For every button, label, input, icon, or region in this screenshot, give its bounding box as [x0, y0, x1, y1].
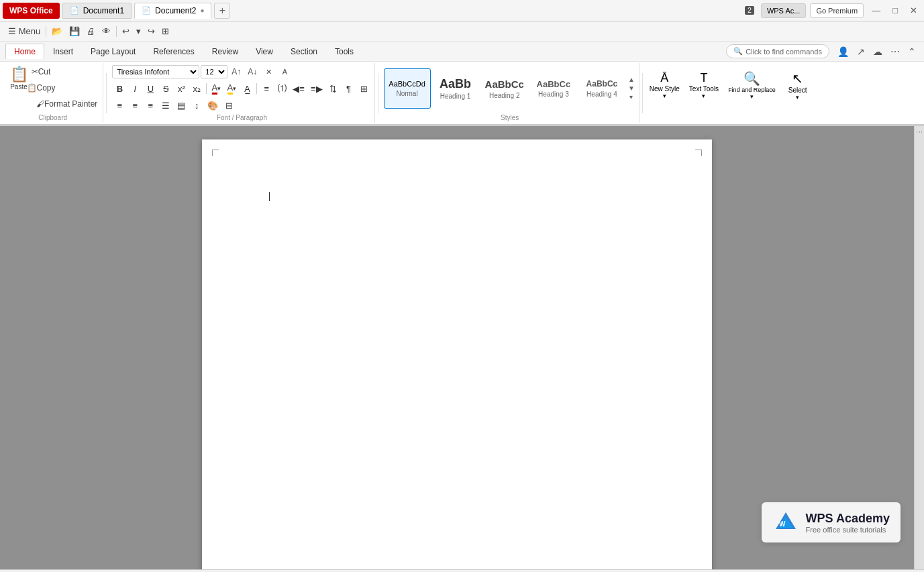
- italic-button[interactable]: I: [127, 81, 142, 96]
- list-bullets-button[interactable]: ≡: [259, 81, 274, 96]
- gallery-down-button[interactable]: ▼: [627, 84, 636, 93]
- tab-insert[interactable]: Insert: [44, 44, 82, 59]
- undo-dropdown[interactable]: ▾: [134, 25, 144, 38]
- styles-gallery: AaBbCcDd Normal AaBb Heading 1 AaBbCc He…: [384, 68, 625, 109]
- text-tools-label: Text Tools: [689, 85, 719, 93]
- indent-increase-button[interactable]: ≡▶: [308, 81, 325, 96]
- select-icon: ↖: [792, 70, 803, 87]
- styles-content: AaBbCcDd Normal AaBb Heading 1 AaBbCc He…: [384, 64, 636, 113]
- align-justify-button[interactable]: ☰: [158, 98, 173, 113]
- find-replace-button[interactable]: 🔍 Find and Replace ▾: [724, 63, 780, 107]
- style-heading2[interactable]: AaBbCc Heading 2: [480, 68, 529, 109]
- align-center-button[interactable]: ≡: [127, 98, 142, 113]
- wps-account-button[interactable]: WPS Ac...: [761, 3, 807, 18]
- share-icon[interactable]: 👤: [835, 45, 852, 58]
- border-button[interactable]: ⊟: [221, 98, 236, 113]
- style-heading1[interactable]: AaBb Heading 1: [432, 68, 479, 109]
- line-spacing-button[interactable]: ↕: [189, 98, 204, 113]
- style-normal[interactable]: AaBbCcDd Normal: [384, 68, 431, 109]
- indent-decrease-button[interactable]: ◀≡: [290, 81, 307, 96]
- table-insert-button[interactable]: ⊞: [357, 81, 372, 96]
- gallery-up-button[interactable]: ▲: [627, 76, 636, 84]
- document1-tab[interactable]: 📄 Document1: [62, 3, 132, 19]
- go-premium-button[interactable]: Go Premium: [810, 3, 864, 18]
- copy-button[interactable]: 📋 Copy: [34, 80, 48, 95]
- underline-button[interactable]: U: [143, 81, 158, 96]
- sort-button[interactable]: ⇅: [326, 81, 341, 96]
- undo-button[interactable]: ↩: [119, 25, 132, 38]
- font-content: Tiresias Infofont 12 A↑ A↓ ✕ A B I U S x…: [112, 64, 371, 113]
- document2-tab[interactable]: 📄 Document2 ●: [134, 3, 211, 19]
- search-command[interactable]: 🔍 Click to find commands: [726, 44, 829, 58]
- subscript-button[interactable]: x₂: [189, 81, 204, 96]
- tab-tools[interactable]: Tools: [326, 44, 362, 59]
- clear-format-button[interactable]: ✕: [261, 64, 276, 79]
- text-effects-button[interactable]: A: [277, 64, 292, 79]
- char-border-button[interactable]: A̲: [240, 81, 254, 96]
- customize-button[interactable]: ⊞: [159, 25, 172, 38]
- new-style-label: New Style: [650, 85, 680, 93]
- undo-icon: ↩: [122, 26, 130, 36]
- document2-close-icon[interactable]: ●: [200, 7, 204, 14]
- close-button[interactable]: ✕: [906, 4, 921, 17]
- style-heading4-label: Heading 4: [586, 91, 617, 98]
- divider2: [378, 73, 378, 113]
- decrease-font-button[interactable]: A↓: [245, 64, 260, 79]
- shading-button[interactable]: 🎨: [205, 98, 221, 113]
- redo-button[interactable]: ↪: [145, 25, 158, 38]
- style-heading3-label: Heading 3: [538, 91, 569, 98]
- document-page[interactable]: [202, 139, 712, 569]
- strikethrough-button[interactable]: S: [158, 81, 173, 96]
- save-button[interactable]: 💾: [66, 25, 83, 38]
- highlight-dropdown[interactable]: ▾: [233, 85, 236, 92]
- superscript-button[interactable]: x²: [174, 81, 189, 96]
- tab-view[interactable]: View: [247, 44, 282, 59]
- tab-references[interactable]: References: [144, 44, 203, 59]
- menu-button[interactable]: ☰ Menu: [5, 25, 43, 38]
- status-bar: Page: 1/1 Words: 0 ✓ Spell Check › 📄 ⛶ ⎔…: [0, 569, 924, 572]
- column-button[interactable]: ▤: [174, 98, 189, 113]
- font-family-select[interactable]: Tiresias Infofont: [112, 65, 199, 78]
- maximize-button[interactable]: □: [888, 4, 902, 17]
- font-size-select[interactable]: 12: [201, 65, 227, 78]
- doc2-icon: 📄: [142, 6, 151, 15]
- gallery-expand-button[interactable]: ▾: [627, 93, 636, 101]
- tab-page-layout[interactable]: Page Layout: [82, 44, 144, 59]
- search-label: Click to find commands: [746, 48, 822, 56]
- align-left-button[interactable]: ≡: [112, 98, 127, 113]
- font-color-button[interactable]: A ▾: [209, 81, 223, 96]
- tab-review[interactable]: Review: [203, 44, 247, 59]
- tab-section[interactable]: Section: [282, 44, 326, 59]
- text-tools-button[interactable]: T Text Tools ▾: [685, 63, 723, 107]
- share-button[interactable]: ↗: [854, 45, 868, 58]
- print-preview-button[interactable]: 👁: [99, 25, 113, 38]
- style-heading3[interactable]: AaBbCc Heading 3: [530, 68, 577, 109]
- toolbar-right-icons: 👤 ↗ ☁ ⋯ ⌃: [835, 45, 919, 58]
- style-heading4[interactable]: AaBbCc Heading 4: [578, 68, 625, 109]
- wps-office-button[interactable]: WPS Office: [3, 3, 60, 19]
- clipboard-label: Clipboard: [38, 113, 67, 121]
- ribbon-toggle-button[interactable]: ⌃: [905, 45, 919, 58]
- format-painter-button[interactable]: 🖌 Format Painter: [34, 97, 100, 111]
- new-style-icon: Ā: [660, 71, 668, 85]
- select-button[interactable]: ↖ Select ▾: [781, 63, 815, 107]
- sidebar-toggle-button[interactable]: ⋮: [916, 129, 923, 135]
- save-cloud-button[interactable]: ☁: [870, 45, 885, 58]
- show-marks-button[interactable]: ¶: [342, 81, 356, 96]
- list-numbers-button[interactable]: ⑴: [274, 81, 289, 96]
- new-tab-button[interactable]: +: [214, 3, 230, 19]
- more-options-button[interactable]: ⋯: [888, 45, 903, 58]
- highlight-color-button[interactable]: A ▾: [224, 81, 239, 96]
- align-right-button[interactable]: ≡: [143, 98, 158, 113]
- bold-button[interactable]: B: [112, 81, 127, 96]
- print-button[interactable]: 🖨: [84, 25, 98, 38]
- open-button[interactable]: 📂: [49, 25, 65, 38]
- format-painter-label: Format Painter: [44, 99, 97, 109]
- document-scroll[interactable]: W WPS Academy Free office suite tutorial…: [0, 126, 914, 569]
- increase-font-button[interactable]: A↑: [229, 64, 244, 79]
- new-style-button[interactable]: Ā New Style ▾: [646, 63, 684, 107]
- minimize-button[interactable]: —: [868, 4, 884, 17]
- cut-button[interactable]: ✂ Cut: [34, 64, 48, 79]
- tab-home[interactable]: Home: [5, 44, 44, 59]
- font-color-dropdown[interactable]: ▾: [217, 85, 221, 92]
